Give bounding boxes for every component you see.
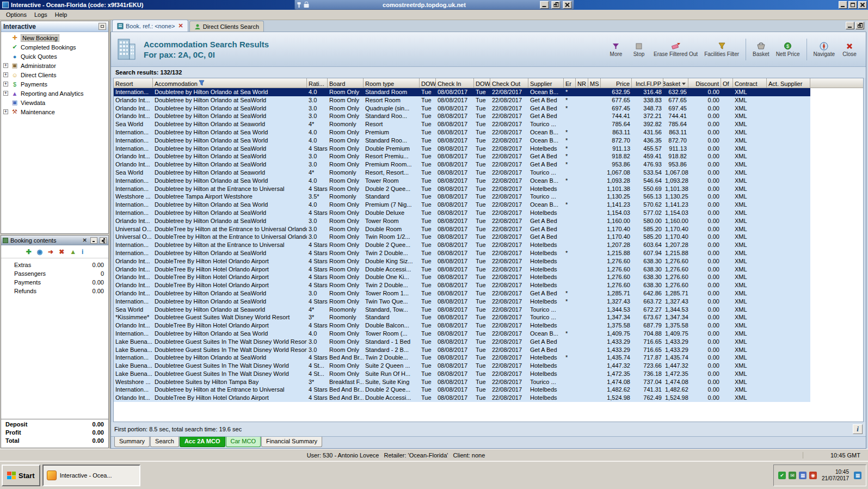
- collapse-panel-button[interactable]: [99, 23, 106, 30]
- column-header-nr[interactable]: NR: [576, 78, 588, 88]
- column-header-of[interactable]: Of: [721, 78, 733, 88]
- table-row[interactable]: Internation...Doubletree by Hilton Orlan…: [114, 137, 810, 145]
- sidebar-item-maintenance[interactable]: +⚒Maintenance: [1, 107, 108, 116]
- table-row[interactable]: Westshore ...Doubletree Tampa Airport We…: [114, 193, 810, 201]
- column-header-basket[interactable]: Basket: [663, 78, 688, 88]
- column-header-incl-fl-pp[interactable]: Incl.Fl.PP: [632, 78, 663, 88]
- column-header-er[interactable]: Er: [564, 78, 576, 88]
- taskbar-app-button[interactable]: Interactive - Ocea...: [42, 465, 140, 486]
- mdi-restore-button[interactable]: [855, 22, 864, 29]
- filter-funnel-icon[interactable]: [199, 80, 205, 87]
- call-status-icon[interactable]: ◉: [809, 472, 817, 479]
- bottom-tab-financial-summary[interactable]: Financial Summary: [261, 437, 322, 447]
- table-row[interactable]: Universal O...DoubleTree by Hilton at th…: [114, 225, 810, 233]
- mdi-minimize-button[interactable]: [846, 22, 854, 29]
- column-header-resort[interactable]: Resort: [114, 78, 153, 88]
- column-header-board[interactable]: Board: [328, 78, 364, 88]
- sidebar-item-viewdata[interactable]: ▣Viewdata: [1, 98, 108, 107]
- transfer-icon[interactable]: ➜: [48, 248, 53, 256]
- close-button[interactable]: Close: [839, 40, 860, 58]
- table-row[interactable]: Lake Buena...Doubletree Guest Suites In …: [114, 362, 810, 370]
- rdp-restore-button[interactable]: [551, 1, 560, 9]
- tab-close-icon[interactable]: ✕: [178, 22, 183, 29]
- table-row[interactable]: Internation...Doubletree by Hilton at th…: [114, 185, 810, 193]
- sidebar-item-administrator[interactable]: +▣Administrator: [1, 61, 108, 70]
- stop-button[interactable]: Stop: [628, 40, 650, 58]
- booking-contents-row[interactable]: Extras0.00: [1, 261, 108, 269]
- more-button[interactable]: More: [605, 40, 627, 58]
- expander-icon[interactable]: +: [3, 82, 8, 86]
- table-row[interactable]: Internation...Doubletree by Hilton Orlan…: [114, 298, 810, 306]
- column-header-supplier[interactable]: Supplier: [528, 78, 564, 88]
- column-header-check-out[interactable]: Check Out: [490, 78, 528, 88]
- facilities-filter-button[interactable]: Facilities Filter: [701, 40, 742, 58]
- basket-button[interactable]: Basket: [750, 40, 772, 58]
- add-icon[interactable]: ✚: [26, 248, 32, 256]
- window-maximize-button[interactable]: [848, 1, 857, 9]
- table-row[interactable]: Orlando Int...DoubleTree By Hilton Hotel…: [114, 273, 810, 281]
- table-row[interactable]: Lake Buena...Doubletree Guest Suites In …: [114, 370, 810, 378]
- expander-icon[interactable]: +: [3, 72, 8, 77]
- tab-book-ref-none[interactable]: Book. ref.: <none>✕: [112, 20, 188, 32]
- antivirus-shield-icon[interactable]: ✔: [778, 472, 786, 479]
- table-row[interactable]: Internation...Doubletree by Hilton Orlan…: [114, 330, 810, 338]
- expander-icon[interactable]: +: [3, 63, 8, 68]
- menu-logs[interactable]: Logs: [30, 10, 51, 19]
- info-icon[interactable]: i: [82, 248, 83, 256]
- table-row[interactable]: Internation...Doubletree by Hilton at th…: [114, 241, 810, 249]
- sidebar-item-quick-quotes[interactable]: ●Quick Quotes: [1, 52, 108, 61]
- table-row[interactable]: Orlando Int...Doubletree by Hilton Orlan…: [114, 152, 810, 160]
- table-row[interactable]: Internation...Doubletree by Hilton Orlan…: [114, 209, 810, 217]
- mail-icon[interactable]: ✉: [789, 472, 796, 479]
- booking-contents-row[interactable]: Refunds0.00: [1, 287, 108, 295]
- globe-icon[interactable]: ◉: [37, 248, 42, 256]
- menu-help[interactable]: Help: [51, 10, 71, 19]
- table-row[interactable]: Internation...Doubletree by Hilton at th…: [114, 386, 810, 394]
- column-header-price[interactable]: Price: [601, 78, 632, 88]
- column-header-room-type[interactable]: Room type: [364, 78, 420, 88]
- table-row[interactable]: Internation...Doubletree by Hilton Orlan…: [114, 201, 810, 209]
- table-row[interactable]: Sea WorldDoubletree by Hilton Orlando at…: [114, 120, 810, 128]
- column-header-dow-out[interactable]: DOW: [474, 78, 490, 88]
- move-up-icon[interactable]: ▲: [70, 248, 76, 256]
- table-row[interactable]: Orlando Int...DoubleTree By Hilton Hotel…: [114, 257, 810, 265]
- table-row[interactable]: Internation...Doubletree by Hilton Orlan…: [114, 177, 810, 185]
- table-row[interactable]: Orlando Int...DoubleTree By Hilton Hotel…: [114, 321, 810, 330]
- table-row[interactable]: Orlando Int...Doubletree by Hilton Orlan…: [114, 112, 810, 120]
- column-header-discount[interactable]: Discount: [688, 78, 721, 88]
- bottom-tab-summary[interactable]: Summary: [114, 437, 150, 447]
- table-row[interactable]: Orlando Int...DoubleTree By Hilton Hotel…: [114, 281, 810, 289]
- column-header-dow-in[interactable]: DOW: [420, 78, 436, 88]
- bottom-tab-acc-2a-mco[interactable]: Acc 2A MCO: [180, 437, 225, 447]
- table-row[interactable]: Lake Buena...Doubletree Guest Suites In …: [114, 338, 810, 346]
- start-button[interactable]: Start: [2, 465, 40, 486]
- table-row[interactable]: *Kissimmee*Doubletree Guest Suites Walt …: [114, 313, 810, 321]
- table-row[interactable]: Orlando Int...Doubletree by Hilton Orlan…: [114, 104, 810, 113]
- sidebar-item-reporting-and-analytics[interactable]: +▲Reporting and Analytics: [1, 89, 108, 98]
- rdp-icon[interactable]: ▦: [854, 472, 861, 479]
- table-row[interactable]: Sea WorldDoubletree by Hilton Orlando at…: [114, 169, 810, 177]
- tab-direct-clients-search[interactable]: Direct Clients Search: [189, 21, 264, 32]
- booking-contents-row[interactable]: Passengers0: [1, 269, 108, 278]
- navigate-button[interactable]: Navigate: [811, 40, 838, 58]
- booking-contents-minimize-button[interactable]: [90, 237, 97, 244]
- sidebar-item-payments[interactable]: +$Payments: [1, 79, 108, 89]
- booking-contents-restore-button[interactable]: [100, 237, 107, 244]
- results-grid-body[interactable]: Internation...Doubletree by Hilton Orlan…: [114, 88, 863, 422]
- delete-icon[interactable]: ✖: [59, 248, 64, 256]
- window-minimize-button[interactable]: [839, 1, 847, 9]
- expander-icon[interactable]: +: [3, 91, 8, 96]
- display-icon[interactable]: ▦: [799, 472, 807, 479]
- nett-price-button[interactable]: $Nett Price: [773, 40, 803, 58]
- table-row[interactable]: Internation...Doubletree by Hilton Orlan…: [114, 354, 810, 362]
- table-row[interactable]: Westshore ...Doubletree Suites by Hilton…: [114, 378, 810, 386]
- bottom-tab-car-mco[interactable]: Car MCO: [226, 437, 261, 447]
- table-row[interactable]: Internation...Doubletree by Hilton Orlan…: [114, 145, 810, 153]
- info-button[interactable]: i: [853, 424, 863, 434]
- sidebar-item-new-booking[interactable]: ✚New Booking: [1, 33, 108, 42]
- column-header-ms[interactable]: MS: [588, 78, 601, 88]
- table-row[interactable]: Internation...Doubletree by Hilton Orlan…: [114, 128, 810, 137]
- menu-options[interactable]: Options: [2, 10, 30, 19]
- table-row[interactable]: Lake Buena...Doubletree Guest Suites In …: [114, 346, 810, 354]
- column-header-check-in[interactable]: Check In: [436, 78, 474, 88]
